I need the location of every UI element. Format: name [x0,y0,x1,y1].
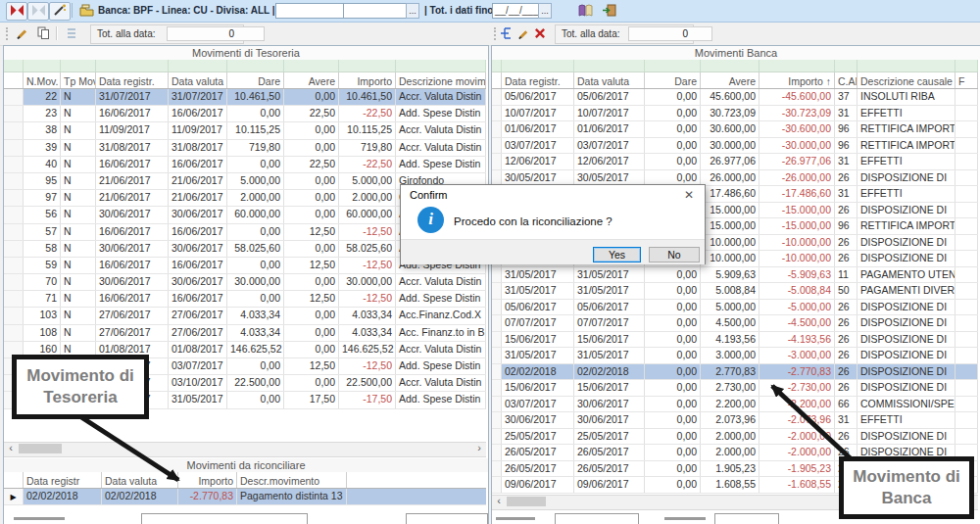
edit-icon [16,26,28,41]
table-row[interactable]: 103N27/06/201727/06/20174.033,340,004.03… [4,308,486,324]
table-row[interactable]: 71N16/06/201716/06/20170,0012,50-12,50Ad… [4,291,486,308]
cell: 31/05/2017 [502,283,574,299]
cell[interactable]: Avere [284,72,339,88]
cell[interactable]: Data valuta [169,72,227,88]
cell [339,60,396,71]
table-row[interactable]: 23N16/06/201716/06/20170,0022,50-22,50Ad… [4,106,486,122]
cell[interactable]: F [956,72,978,88]
table-row[interactable]: 31/05/201731/05/20170,005.909,63-5.909,6… [492,267,978,284]
cell: -22,50 [339,106,396,121]
date-input[interactable]: __/__/____ [492,3,540,19]
list-button[interactable] [62,25,79,42]
cell[interactable]: N.Mov. [24,72,61,88]
cell [4,291,24,307]
cell: 30/06/2017 [574,397,645,412]
cell[interactable]: Importo ↑ [760,72,835,88]
close-icon[interactable]: ✕ [681,188,697,202]
scroll-left-icon[interactable]: ‹ [4,443,18,454]
copy-button[interactable] [34,25,52,42]
cell[interactable]: Tp Mov [61,72,96,88]
table-row[interactable]: 22N31/07/201731/07/201710.461,500,0010.4… [4,89,486,106]
cell: 25/05/2017 [574,429,645,445]
date-lookup-button[interactable]: ... [538,3,552,19]
cell[interactable]: Descrizione causale [858,72,956,88]
cell[interactable]: Data registr. [96,72,169,88]
cell: 15/06/2017 [574,380,645,396]
table-row[interactable]: 31/05/201731/05/20170,005.008,84-5.008,8… [492,283,978,300]
no-button[interactable]: No [649,247,700,262]
cell: -12,50 [339,358,396,374]
cell: 31 [835,106,858,121]
exit-button[interactable] [598,2,619,21]
cell[interactable]: Dare [227,72,284,88]
reconcile-disabled-button[interactable] [27,2,49,21]
table-row[interactable]: 70N30/06/201730/06/201730.000,000,0030.0… [4,274,486,291]
cell: 30/06/2017 [169,241,227,257]
properties-button[interactable] [75,2,97,21]
table-row[interactable]: 03/07/201730/06/20170,002.200,00-2.200,0… [492,397,978,413]
table-row[interactable]: 15/06/201715/06/20170,002.730,00-2.730,0… [492,380,978,397]
cell[interactable]: Descrizione movim [396,72,486,88]
cell [956,106,978,121]
cell[interactable]: Data registr. [502,72,574,88]
table-row[interactable]: 40N16/06/201716/06/20170,0022,50-22,50Ad… [4,157,486,173]
table-row[interactable]: 02/02/201802/02/20180,002.770,83-2.770,8… [492,364,978,381]
table-row[interactable]: 38N11/09/201711/09/201710.115,250,0010.1… [4,122,486,139]
cell [4,157,24,172]
cell: 40 [24,157,61,172]
cell[interactable]: Data registr [24,472,102,488]
cell: 60.000,00 [339,207,396,222]
reconcile-button[interactable] [6,2,27,21]
filter-row[interactable] [492,60,978,72]
filter-row[interactable] [4,60,486,72]
cell: 30.723,09 [701,106,760,121]
cell: 22,50 [284,157,339,172]
table-row[interactable]: 05/06/201705/06/20170,005.000,00-5.000,0… [492,300,978,316]
table-row[interactable]: 31/05/201731/05/20170,003.000,00-3.000,0… [492,348,978,364]
branch-button[interactable] [499,25,514,42]
cell[interactable]: Dare [645,72,701,88]
cell: 11 [835,267,858,283]
cancel-reconcile-button[interactable] [532,25,547,42]
table-row[interactable]: ▶02/02/201802/02/2018-2.770,83Pagamento … [4,489,486,505]
edit-button-right[interactable] [515,25,530,42]
table-row[interactable]: 05/06/201705/06/20170,0045.600,00-45.600… [492,89,978,106]
info-icon: i [417,207,444,233]
cell[interactable]: C.ABI [835,72,858,88]
yes-button[interactable]: Yes [593,247,641,262]
scroll-right-icon[interactable]: › [472,443,486,454]
table-row[interactable]: 30/06/201730/06/20170,002.073,96-2.073,9… [492,412,978,429]
tesoreria-annotation: Movimento di Tesoreria [12,355,149,419]
profit-center-input-1[interactable] [275,3,346,19]
scroll-thumb[interactable] [19,444,62,453]
cell: 1.905,23 [701,461,760,477]
cell[interactable]: Importo [178,472,237,488]
help-book-button[interactable] [574,2,596,21]
table-row[interactable]: 25/05/201725/05/20170,002.000,00-2.000,0… [492,429,978,446]
cell: 30/06/2017 [96,241,169,257]
profit-center-lookup-button[interactable]: ... [406,3,419,19]
scroll-left-icon[interactable]: ‹ [492,496,506,507]
table-row[interactable]: 12/06/201712/06/20170,0026.977,06-26.977… [492,154,978,170]
table-row[interactable]: 15/06/201715/06/20170,004.193,56-4.193,5… [492,332,978,349]
table-row[interactable]: 01/06/201701/06/20170,0030.600,00-30.600… [492,121,978,138]
table-row[interactable]: 07/07/201707/07/20170,004.500,00-4.500,0… [492,315,978,332]
cell [24,60,61,71]
profit-center-input-2[interactable] [343,3,410,19]
table-row[interactable]: 108N27/06/201727/06/20174.033,340,004.03… [4,325,486,342]
cell: 56 [24,207,61,222]
cell[interactable]: Descr.movimento [237,472,347,488]
cell: 30.000,00 [339,274,396,290]
table-row[interactable]: 39N31/08/201731/08/2017719,800,00719,80A… [4,140,486,157]
cell [492,429,502,445]
cell[interactable]: Data valuta [102,472,178,488]
cell[interactable]: Importo [339,72,396,88]
table-row[interactable]: 03/07/201703/07/20170,0030.000,00-30.000… [492,138,978,155]
cell[interactable]: Avere [701,72,760,88]
tesoreria-hscrollbar[interactable]: ‹ › [4,442,486,457]
wand-button[interactable] [49,2,71,21]
cell[interactable]: Data valuta [574,72,645,88]
edit-button[interactable] [13,25,30,42]
scroll-thumb[interactable] [507,497,546,506]
table-row[interactable]: 10/07/201710/07/20170,0030.723,09-30.723… [492,106,978,122]
